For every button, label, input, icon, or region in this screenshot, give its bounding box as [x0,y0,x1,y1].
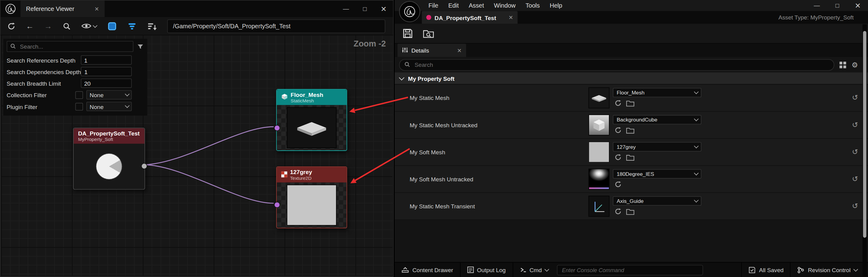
browse-to-asset-icon[interactable] [626,208,634,215]
asset-tab-bar: DA_PropertySoft_Test ✕ Asset Type: MyPro… [395,11,868,24]
use-selected-asset-icon[interactable] [614,208,622,215]
browse-to-asset-icon[interactable] [626,100,634,107]
node-subtitle: Texture2D [290,175,312,181]
tab-details[interactable]: Details ✕ [398,44,466,57]
asset-path-text: /Game/Property/Soft/DA_PropertySoft_Test [173,23,290,30]
console-command-input[interactable] [557,265,703,275]
menu-file[interactable]: File [423,0,443,11]
desktop: Reference Viewer ✕ — □ ✕ ← → [0,0,868,277]
asset-thumbnail[interactable] [589,88,610,108]
property-label: My Static Mesh [410,84,450,111]
minimize-button[interactable]: — [337,1,355,17]
node-127grey[interactable]: 127grey Texture2D [276,167,347,229]
refresh-icon[interactable] [7,22,16,30]
save-button[interactable] [402,28,413,39]
node-floor-mesh[interactable]: Floor_Mesh StaticMesh [276,89,347,151]
menu-tools[interactable]: Tools [521,0,545,11]
graph-search-field[interactable] [7,41,133,52]
scrollbar-thumb[interactable] [863,31,866,238]
close-button[interactable]: ✕ [374,1,393,17]
chevron-down-icon [854,267,858,271]
search-breadth-limit-input[interactable] [81,78,132,88]
maximize-button[interactable]: □ [827,0,847,11]
plugin-filter-select[interactable]: None [86,102,132,111]
gear-icon[interactable]: ⚙ [851,61,858,68]
reset-to-default-icon[interactable]: ↺ [852,139,858,165]
visibility-icon[interactable] [82,23,97,30]
find-path-icon[interactable] [63,22,71,30]
details-search-field[interactable] [399,59,834,70]
close-button[interactable]: ✕ [848,0,868,11]
input-pin[interactable] [274,125,280,131]
tab-close-icon[interactable]: ✕ [457,47,462,54]
reset-to-default-icon[interactable]: ↺ [852,84,858,111]
node-da-propertysoft-test[interactable]: DA_PropertySoft_Test MyProperty_Soft [73,128,145,189]
output-pin[interactable] [141,163,147,169]
search-referencers-depth-input[interactable] [81,55,132,65]
asset-path-field[interactable]: /Game/Property/Soft/DA_PropertySoft_Test [167,19,385,33]
chevron-down-icon [692,146,701,148]
asset-select[interactable]: Axis_Guide [613,196,701,206]
zoom-level-label: Zoom -2 [353,39,385,48]
graph-search-input[interactable] [19,42,130,50]
tab-reference-viewer[interactable]: Reference Viewer ✕ [20,1,104,17]
use-selected-asset-icon[interactable] [614,154,622,161]
output-log-button[interactable]: Output Log [461,263,513,277]
menu-asset[interactable]: Asset [464,0,489,11]
reset-to-default-icon[interactable]: ↺ [852,166,858,192]
unreal-logo-icon [1,1,21,17]
reference-graph-canvas[interactable]: DA_PropertySoft_Test MyProperty_Soft [1,35,393,276]
reference-viewer-titlebar[interactable]: Reference Viewer ✕ — □ ✕ [1,1,393,17]
property-row-my-static-mesh-transient: My Static Mesh Transient Axis_Guide [395,193,868,220]
use-selected-asset-icon[interactable] [614,127,622,134]
filter-funnel-icon[interactable] [137,43,144,50]
maximize-button[interactable]: □ [355,1,374,17]
asset-thumbnail[interactable] [589,114,610,135]
asset-select[interactable]: 127grey [613,142,701,151]
minimize-button[interactable]: — [807,0,827,11]
use-selected-asset-icon[interactable] [614,100,622,107]
asset-thumbnail[interactable] [589,196,610,216]
node-body [277,182,346,228]
revision-control-button[interactable]: Revision Control [790,263,868,277]
search-dependencies-depth-input[interactable] [81,67,132,76]
category-my-property-soft[interactable]: My Property Soft [395,72,868,84]
tab-da-propertysoft-test[interactable]: DA_PropertySoft_Test ✕ [422,11,518,24]
filter-toggle-icon[interactable] [107,21,117,31]
browse-to-asset-icon[interactable] [626,154,634,161]
tab-close-icon[interactable]: ✕ [508,14,513,20]
console-icon [520,266,526,273]
cmd-selector[interactable]: Cmd [513,263,555,277]
back-icon[interactable]: ← [26,22,34,30]
input-pin[interactable] [274,202,280,208]
plugin-filter-checkbox[interactable] [75,103,83,110]
tab-close-icon[interactable]: ✕ [95,6,99,12]
reset-to-default-icon[interactable]: ↺ [852,112,858,138]
menu-help[interactable]: Help [545,0,567,11]
content-drawer-button[interactable]: Content Drawer [395,263,461,277]
forward-icon[interactable]: → [44,22,52,30]
details-scrollbar[interactable] [863,24,867,276]
asset-select[interactable]: Floor_Mesh [613,88,701,97]
asset-select[interactable]: 180Degree_IES [613,169,701,179]
sort-filter-icon[interactable] [147,21,156,31]
setting-row: Collection Filter None [7,89,144,101]
collection-filter-checkbox[interactable] [75,91,83,98]
reset-to-default-icon[interactable]: ↺ [852,193,858,219]
menu-window[interactable]: Window [489,0,521,11]
display-grid-icon[interactable] [839,61,847,68]
static-mesh-icon [281,92,288,102]
browse-to-asset-icon[interactable] [626,127,634,134]
asset-select[interactable]: BackgroundCube [613,115,701,125]
browse-to-asset-button[interactable] [423,29,434,38]
collection-filter-select[interactable]: None [86,90,132,100]
asset-thumbnail[interactable] [589,169,610,189]
asset-thumbnail[interactable] [589,142,610,163]
filters-icon[interactable] [127,21,136,31]
details-search-input[interactable] [414,61,830,68]
all-saved-indicator[interactable]: All Saved [741,263,790,277]
property-label: My Soft Mesh Untracked [410,166,473,192]
use-selected-asset-icon[interactable] [614,181,622,188]
menu-edit[interactable]: Edit [443,0,464,11]
setting-row: Search Breadth Limit [7,77,144,89]
